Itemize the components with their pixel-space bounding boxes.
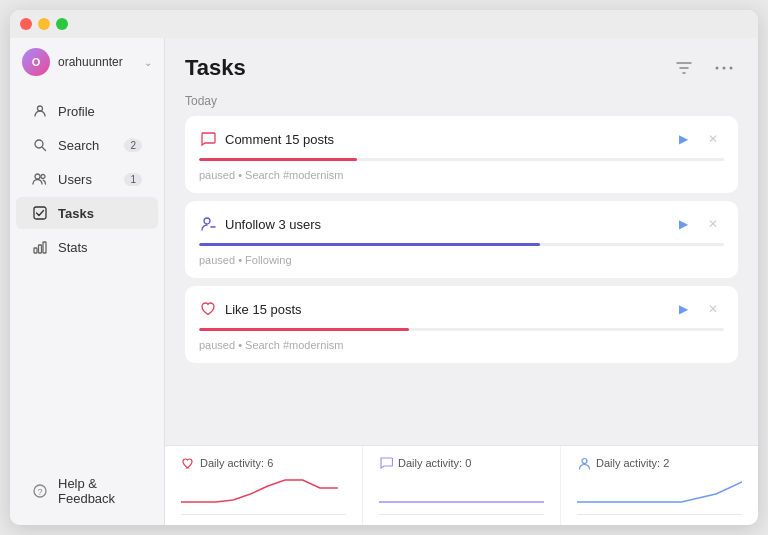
stat-label-follows: Daily activity: 2 xyxy=(596,457,669,469)
stat-chart-comments xyxy=(379,474,544,517)
svg-point-16 xyxy=(582,458,587,463)
maximize-button[interactable] xyxy=(56,18,68,30)
task-actions-3: ▶ ✕ xyxy=(672,298,724,320)
svg-point-1 xyxy=(35,140,43,148)
comment-icon xyxy=(199,130,217,148)
stat-label-comments: Daily activity: 0 xyxy=(398,457,471,469)
svg-point-3 xyxy=(35,174,40,179)
sidebar-item-label-profile: Profile xyxy=(58,104,142,119)
svg-point-12 xyxy=(723,67,726,70)
stat-title-likes: Daily activity: 6 xyxy=(181,456,346,470)
person-icon xyxy=(32,103,48,119)
stat-person-icon xyxy=(577,456,591,470)
help-feedback-button[interactable]: ? Help & Feedback xyxy=(16,468,158,514)
sidebar-item-tasks[interactable]: Tasks xyxy=(16,197,158,229)
close-button[interactable] xyxy=(20,18,32,30)
sidebar-item-profile[interactable]: Profile xyxy=(16,95,158,127)
task-meta-1: paused • Search #modernism xyxy=(199,169,724,181)
help-icon: ? xyxy=(32,483,48,499)
stat-chart-likes xyxy=(181,474,346,517)
progress-bar-2 xyxy=(199,243,540,246)
app-window: O orahuunnter ⌄ Profile xyxy=(10,10,758,525)
stat-card-likes: Daily activity: 6 xyxy=(165,446,363,525)
task-close-button-3[interactable]: ✕ xyxy=(702,298,724,320)
task-play-button-1[interactable]: ▶ xyxy=(672,128,694,150)
unfollow-icon xyxy=(199,215,217,233)
svg-line-2 xyxy=(43,148,46,151)
svg-point-4 xyxy=(41,175,45,179)
task-actions-2: ▶ ✕ xyxy=(672,213,724,235)
avatar: O xyxy=(22,48,50,76)
panel-body: Today Comment 15 posts ▶ ✕ xyxy=(165,90,758,445)
progress-bar-container-2 xyxy=(199,243,724,246)
bar-chart-icon xyxy=(32,239,48,255)
avatar-initial: O xyxy=(32,56,41,68)
filter-button[interactable] xyxy=(670,54,698,82)
search-badge: 2 xyxy=(124,139,142,152)
progress-bar-container-1 xyxy=(199,158,724,161)
task-play-button-3[interactable]: ▶ xyxy=(672,298,694,320)
sidebar-item-label-stats: Stats xyxy=(58,240,142,255)
task-title-3: Like 15 posts xyxy=(225,302,664,317)
stat-title-follows: Daily activity: 2 xyxy=(577,456,742,470)
svg-text:?: ? xyxy=(37,487,42,497)
task-meta-2: paused • Following xyxy=(199,254,724,266)
header-actions xyxy=(670,54,738,82)
svg-point-13 xyxy=(730,67,733,70)
task-title-1: Comment 15 posts xyxy=(225,132,664,147)
section-today-label: Today xyxy=(185,94,738,108)
username-label: orahuunnter xyxy=(58,55,136,69)
task-meta-3: paused • Search #modernism xyxy=(199,339,724,351)
stat-baseline-likes xyxy=(181,514,346,515)
panel-header: Tasks xyxy=(165,38,758,90)
stat-label-likes: Daily activity: 6 xyxy=(200,457,273,469)
svg-rect-6 xyxy=(34,248,37,253)
sidebar-item-search[interactable]: Search 2 xyxy=(16,129,158,161)
main-content: O orahuunnter ⌄ Profile xyxy=(10,38,758,525)
task-card-comment: Comment 15 posts ▶ ✕ paused • Search #mo… xyxy=(185,116,738,193)
progress-bar-3 xyxy=(199,328,409,331)
task-title-2: Unfollow 3 users xyxy=(225,217,664,232)
sidebar: O orahuunnter ⌄ Profile xyxy=(10,38,165,525)
task-actions-1: ▶ ✕ xyxy=(672,128,724,150)
sidebar-item-users[interactable]: Users 1 xyxy=(16,163,158,195)
task-close-button-1[interactable]: ✕ xyxy=(702,128,724,150)
stat-baseline-comments xyxy=(379,514,544,515)
stat-heart-icon xyxy=(181,456,195,470)
sidebar-item-label-tasks: Tasks xyxy=(58,206,142,221)
task-card-top-3: Like 15 posts ▶ ✕ xyxy=(199,298,724,320)
titlebar xyxy=(10,10,758,38)
svg-point-0 xyxy=(38,106,43,111)
checkbox-icon xyxy=(32,205,48,221)
user-profile-dropdown[interactable]: O orahuunnter ⌄ xyxy=(10,38,164,86)
more-options-button[interactable] xyxy=(710,54,738,82)
sidebar-item-label-users: Users xyxy=(58,172,114,187)
stat-chart-follows xyxy=(577,474,742,517)
svg-rect-7 xyxy=(39,245,42,253)
progress-bar-1 xyxy=(199,158,357,161)
task-card-unfollow: Unfollow 3 users ▶ ✕ paused • Following xyxy=(185,201,738,278)
minimize-button[interactable] xyxy=(38,18,50,30)
stat-comment-icon xyxy=(379,456,393,470)
task-close-button-2[interactable]: ✕ xyxy=(702,213,724,235)
svg-rect-8 xyxy=(43,242,46,253)
stat-title-comments: Daily activity: 0 xyxy=(379,456,544,470)
stat-card-follows: Daily activity: 2 xyxy=(561,446,758,525)
task-card-top-2: Unfollow 3 users ▶ ✕ xyxy=(199,213,724,235)
users-badge: 1 xyxy=(124,173,142,186)
help-feedback-label: Help & Feedback xyxy=(58,476,142,506)
svg-point-11 xyxy=(716,67,719,70)
search-icon xyxy=(32,137,48,153)
stat-card-comments: Daily activity: 0 xyxy=(363,446,561,525)
svg-rect-5 xyxy=(34,207,46,219)
heart-icon xyxy=(199,300,217,318)
page-title: Tasks xyxy=(185,55,670,81)
bottom-stats: Daily activity: 6 xyxy=(165,445,758,525)
users-icon xyxy=(32,171,48,187)
sidebar-item-stats[interactable]: Stats xyxy=(16,231,158,263)
svg-point-14 xyxy=(204,218,210,224)
sidebar-bottom: ? Help & Feedback xyxy=(10,457,164,525)
task-card-like: Like 15 posts ▶ ✕ paused • Search #moder… xyxy=(185,286,738,363)
task-play-button-2[interactable]: ▶ xyxy=(672,213,694,235)
chevron-down-icon: ⌄ xyxy=(144,57,152,68)
